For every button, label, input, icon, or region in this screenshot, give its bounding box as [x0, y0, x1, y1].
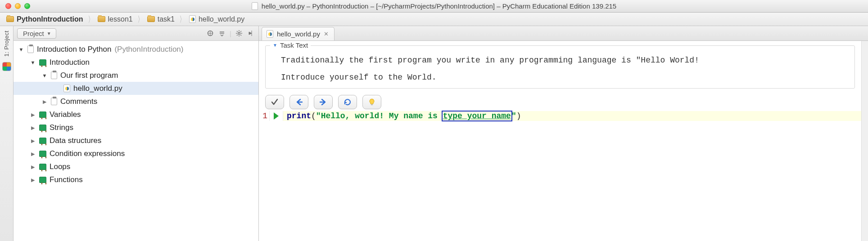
code-editor[interactable]: 1 print("Hello, world! My name is type y… — [259, 111, 861, 121]
refresh-task-button[interactable] — [338, 95, 357, 109]
breadcrumb-label: PythonIntroduction — [17, 15, 83, 23]
left-tool-strip: 1: Project — [0, 26, 14, 241]
close-icon[interactable]: ✕ — [324, 31, 329, 37]
gear-icon[interactable] — [235, 29, 243, 37]
svg-rect-14 — [371, 104, 373, 105]
disclosure-triangle-icon[interactable] — [41, 72, 48, 79]
task-text-group: ▼ Task Text Traditionally the first prog… — [265, 45, 855, 89]
file-icon — [252, 2, 258, 10]
task-text-line: Traditionally the first program you writ… — [281, 56, 848, 65]
line-number: 1 — [259, 111, 270, 121]
code-placeholder[interactable]: type your name — [443, 112, 511, 120]
breadcrumb-label: lesson1 — [108, 15, 133, 23]
svg-line-12 — [240, 31, 241, 32]
disclosure-triangle-icon[interactable] — [30, 137, 36, 144]
tree-row[interactable]: Strings — [14, 121, 258, 134]
lesson-icon — [39, 125, 46, 131]
folder-icon — [147, 16, 155, 22]
traffic-lights — [5, 3, 30, 9]
window-title: hello_world.py – PythonIntroduction – [~… — [262, 2, 616, 10]
disclosure-triangle-icon[interactable] — [30, 59, 36, 66]
breadcrumb-item-task[interactable]: task1 — [147, 15, 175, 23]
disclosure-triangle-icon[interactable] — [30, 163, 36, 170]
project-tree[interactable]: Introduction to Python (PythonIntroducti… — [14, 41, 258, 241]
editor-scrollbar[interactable] — [861, 41, 868, 241]
window-minimize-button[interactable] — [15, 3, 21, 9]
lesson-icon — [39, 59, 46, 66]
run-icon — [274, 112, 279, 120]
run-gutter[interactable] — [270, 111, 283, 121]
tree-row[interactable]: Comments — [14, 95, 258, 108]
tree-row[interactable]: Condition expressions — [14, 147, 258, 160]
tree-label: Introduction to Python — [37, 45, 111, 54]
lesson-icon — [39, 112, 46, 118]
task-text-line: Introduce yourself to the World. — [281, 73, 848, 82]
folder-icon — [98, 16, 105, 22]
lesson-icon — [39, 164, 46, 170]
window-close-button[interactable] — [5, 3, 11, 9]
disclosure-triangle-icon[interactable] — [30, 111, 36, 118]
titlebar-center: hello_world.py – PythonIntroduction – [~… — [0, 2, 868, 10]
next-task-button[interactable] — [314, 95, 333, 109]
tree-row[interactable]: Introduction — [14, 56, 258, 69]
check-task-button[interactable] — [265, 95, 284, 109]
disclosure-triangle-icon[interactable] — [30, 124, 36, 131]
task-text-toggle[interactable]: ▼ Task Text — [270, 41, 311, 49]
python-file-icon — [63, 85, 70, 92]
editor-tab-hello-world[interactable]: hello_world.py ✕ — [262, 27, 335, 40]
clipboard-icon — [27, 45, 34, 53]
tree-label: Our first program — [60, 71, 118, 80]
main-area: 1: Project Project ▼ | Int — [0, 26, 868, 241]
code-line[interactable]: print("Hello, world! My name is type you… — [283, 111, 861, 121]
svg-point-5 — [238, 32, 240, 35]
task-action-bar — [259, 92, 861, 111]
disclosure-triangle-icon: ▼ — [273, 43, 277, 48]
python-file-icon — [267, 30, 273, 38]
tree-label: Comments — [60, 97, 97, 106]
svg-line-13 — [237, 35, 238, 36]
breadcrumb: PythonIntroduction 〉 lesson1 〉 task1 〉 h… — [0, 13, 868, 26]
tree-label: Functions — [50, 175, 83, 184]
disclosure-triangle-icon[interactable] — [41, 98, 48, 105]
task-text-title: Task Text — [280, 41, 308, 49]
breadcrumb-label: hello_world.py — [199, 15, 244, 23]
breadcrumb-item-file[interactable]: hello_world.py — [189, 15, 244, 23]
python-file-icon — [189, 15, 196, 23]
pycharm-logo-icon[interactable] — [2, 62, 11, 71]
disclosure-triangle-icon[interactable] — [30, 150, 36, 157]
breadcrumb-separator: 〉 — [179, 14, 185, 25]
hint-button[interactable] — [362, 95, 381, 109]
editor-tab-label: hello_world.py — [277, 30, 320, 38]
toolwindow-project-button[interactable]: 1: Project — [3, 31, 10, 57]
hide-panel-icon[interactable] — [247, 29, 255, 37]
svg-line-10 — [237, 31, 238, 32]
breadcrumb-item-project[interactable]: PythonIntroduction — [6, 15, 83, 23]
tree-row[interactable]: Our first program — [14, 69, 258, 82]
tree-row[interactable]: Functions — [14, 173, 258, 186]
tree-row[interactable]: Data structures — [14, 134, 258, 147]
tree-label: hello_world.py — [73, 84, 122, 93]
lesson-icon — [39, 177, 46, 183]
disclosure-triangle-icon[interactable] — [30, 176, 36, 183]
clipboard-icon — [51, 98, 57, 105]
project-view-combo[interactable]: Project ▼ — [17, 28, 56, 39]
lesson-icon — [39, 138, 46, 144]
breadcrumb-item-lesson[interactable]: lesson1 — [98, 15, 133, 23]
scroll-to-source-icon[interactable] — [206, 29, 214, 37]
folder-icon — [6, 16, 14, 22]
collapse-all-icon[interactable] — [218, 29, 226, 37]
window-zoom-button[interactable] — [24, 3, 30, 9]
tree-label: Introduction — [50, 58, 90, 67]
titlebar: hello_world.py – PythonIntroduction – [~… — [0, 0, 868, 13]
svg-line-11 — [240, 35, 241, 36]
project-view-label: Project — [23, 30, 44, 37]
clipboard-icon — [51, 71, 57, 79]
tree-row[interactable]: Loops — [14, 160, 258, 173]
tree-row[interactable]: hello_world.py — [14, 82, 258, 95]
previous-task-button[interactable] — [289, 95, 308, 109]
lesson-icon — [39, 151, 46, 157]
disclosure-triangle-icon[interactable] — [18, 46, 24, 53]
tree-row[interactable]: Introduction to Python (PythonIntroducti… — [14, 43, 258, 56]
tree-row[interactable]: Variables — [14, 108, 258, 121]
tree-label: Variables — [50, 110, 81, 119]
